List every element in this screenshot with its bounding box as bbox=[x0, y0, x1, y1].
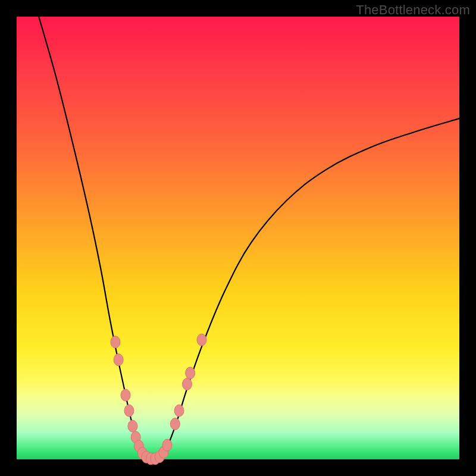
curve-markers bbox=[111, 334, 206, 465]
curve-marker bbox=[128, 420, 137, 432]
watermark-text: TheBottleneck.com bbox=[356, 2, 470, 18]
curve-marker bbox=[162, 439, 172, 451]
curve-marker bbox=[170, 418, 180, 430]
curve-marker bbox=[121, 389, 130, 401]
curve-marker bbox=[182, 378, 192, 390]
plot-area bbox=[17, 17, 459, 459]
curve-marker bbox=[197, 334, 206, 346]
chart-frame: TheBottleneck.com bbox=[0, 0, 476, 476]
curve-layer bbox=[17, 17, 459, 459]
curve-marker bbox=[124, 405, 134, 416]
curve-marker bbox=[111, 336, 120, 348]
curve-marker bbox=[114, 354, 123, 366]
curve-marker bbox=[174, 405, 184, 416]
bottleneck-curve bbox=[39, 17, 459, 459]
curve-marker bbox=[186, 367, 195, 379]
